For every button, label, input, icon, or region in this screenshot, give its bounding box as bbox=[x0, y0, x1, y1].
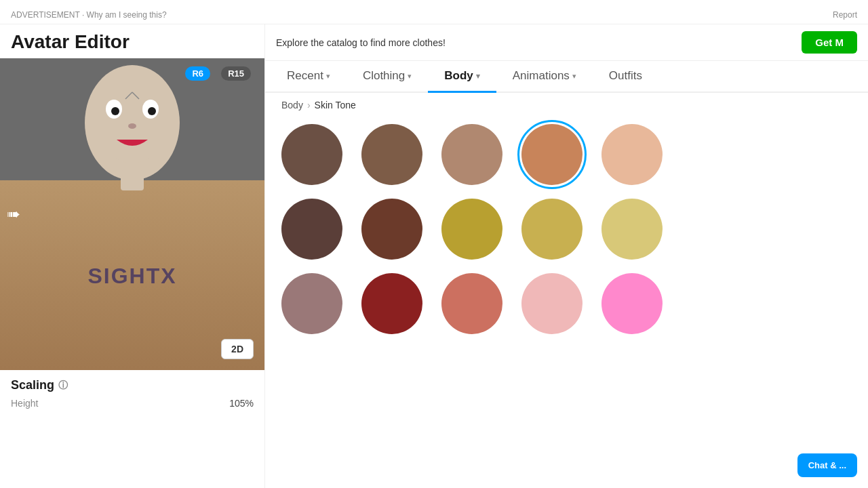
sightx-watermark: SIGHTX bbox=[87, 264, 176, 289]
tab-animations[interactable]: Animations ▾ bbox=[496, 61, 593, 93]
swatch-11[interactable] bbox=[281, 273, 342, 334]
scaling-section: Scaling ⓘ Height 105% bbox=[0, 370, 264, 417]
tab-animations-label: Animations bbox=[513, 69, 570, 83]
chevron-down-icon: ▾ bbox=[476, 72, 480, 81]
swatch-10[interactable] bbox=[601, 199, 663, 260]
r15-badge[interactable]: R15 bbox=[221, 66, 251, 81]
height-row: Height 105% bbox=[11, 398, 254, 409]
swatch-4[interactable] bbox=[521, 124, 583, 185]
get-more-button[interactable]: Get M bbox=[802, 31, 857, 54]
swatch-7[interactable] bbox=[361, 199, 422, 260]
swatch-12[interactable] bbox=[361, 273, 422, 334]
color-grid bbox=[265, 117, 868, 341]
tab-recent-label: Recent bbox=[287, 69, 323, 83]
swatch-15[interactable] bbox=[601, 273, 663, 334]
swatch-13[interactable] bbox=[441, 273, 502, 334]
nav-tabs: Recent ▾ Clothing ▾ Body ▾ Animations ▾ … bbox=[265, 61, 868, 93]
breadcrumb-separator: › bbox=[307, 100, 311, 110]
color-row-2 bbox=[281, 273, 852, 334]
r6-badge[interactable]: R6 bbox=[185, 66, 210, 81]
swatch-3[interactable] bbox=[441, 124, 502, 185]
breadcrumb-current: Skin Tone bbox=[315, 100, 356, 110]
svg-point-3 bbox=[111, 107, 119, 115]
svg-rect-6 bbox=[121, 170, 144, 190]
tab-outfits-label: Outfits bbox=[609, 69, 642, 83]
scaling-label: Scaling bbox=[11, 378, 54, 392]
chevron-down-icon: ▾ bbox=[408, 72, 412, 81]
tab-recent[interactable]: Recent ▾ bbox=[271, 61, 347, 93]
height-label: Height bbox=[11, 398, 38, 409]
scaling-info-icon[interactable]: ⓘ bbox=[58, 380, 68, 392]
svg-point-5 bbox=[128, 123, 136, 129]
svg-point-4 bbox=[148, 107, 156, 115]
swatch-6[interactable] bbox=[281, 199, 342, 260]
swatch-1[interactable] bbox=[281, 124, 342, 185]
view-2d-button[interactable]: 2D bbox=[221, 339, 254, 359]
main-layout: Avatar Editor bbox=[0, 24, 868, 488]
page-title: Avatar Editor bbox=[0, 24, 264, 58]
avatar-preview: R6 R15 SIGHTX ➠ 2D bbox=[0, 58, 264, 370]
top-bar: ADVERTISEMENT · Why am I seeing this? Re… bbox=[0, 0, 868, 24]
height-value: 105% bbox=[229, 398, 254, 409]
catalog-text: Explore the catalog to find more clothes… bbox=[276, 37, 446, 48]
tab-clothing[interactable]: Clothing ▾ bbox=[347, 61, 428, 93]
tab-outfits[interactable]: Outfits bbox=[593, 61, 658, 93]
swatch-9[interactable] bbox=[521, 199, 583, 260]
swatch-5[interactable] bbox=[601, 124, 663, 185]
tab-body[interactable]: Body ▾ bbox=[428, 61, 496, 93]
color-row-0 bbox=[281, 124, 852, 185]
rotate-left-icon[interactable]: ➠ bbox=[7, 205, 20, 224]
breadcrumb: Body › Skin Tone bbox=[265, 93, 868, 117]
chevron-down-icon: ▾ bbox=[326, 72, 330, 81]
color-row-1 bbox=[281, 199, 852, 260]
chevron-down-icon: ▾ bbox=[572, 72, 576, 81]
swatch-14[interactable] bbox=[521, 273, 583, 334]
report-link[interactable]: Report bbox=[833, 10, 857, 20]
tab-clothing-label: Clothing bbox=[363, 69, 405, 83]
tab-body-label: Body bbox=[444, 69, 473, 83]
ad-text: ADVERTISEMENT · Why am I seeing this? bbox=[11, 10, 167, 20]
right-panel: Explore the catalog to find more clothes… bbox=[264, 24, 868, 488]
breadcrumb-parent[interactable]: Body bbox=[281, 100, 303, 110]
swatch-8[interactable] bbox=[441, 199, 502, 260]
action-bar: Explore the catalog to find more clothes… bbox=[265, 24, 868, 61]
chat-button[interactable]: Chat & ... bbox=[797, 453, 857, 477]
swatch-2[interactable] bbox=[361, 124, 422, 185]
scaling-title: Scaling ⓘ bbox=[11, 378, 254, 392]
left-panel: Avatar Editor bbox=[0, 24, 264, 488]
